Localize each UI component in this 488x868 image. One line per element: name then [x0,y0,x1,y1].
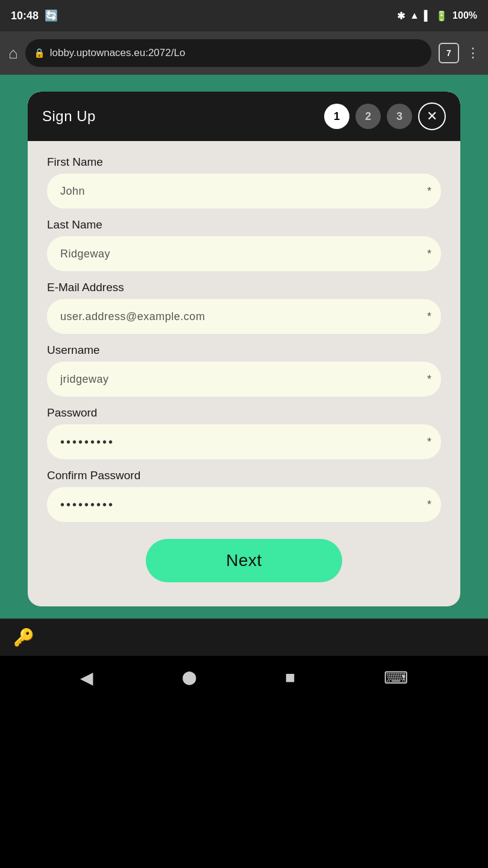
next-button[interactable]: Next [146,539,342,582]
confirm-password-asterisk: * [427,498,431,511]
password-input-wrap: * [47,424,441,459]
username-asterisk: * [427,373,431,386]
close-button[interactable]: ✕ [418,102,446,130]
email-label: E-Mail Address [47,281,441,294]
modal-title: Sign Up [42,108,96,125]
last-name-label: Last Name [47,218,441,231]
email-group: E-Mail Address * [47,281,441,334]
confirm-password-group: Confirm Password * [47,469,441,522]
bluetooth-icon: ✱ [397,10,405,22]
battery-icon: 🔋 [436,10,448,22]
first-name-input[interactable] [47,174,441,209]
more-options-icon[interactable]: ⋮ [466,45,480,61]
keyboard-button[interactable]: ⌨ [384,668,408,688]
back-button[interactable]: ◀ [80,668,93,688]
password-asterisk: * [427,436,431,448]
first-name-asterisk: * [427,185,431,198]
next-button-wrap: Next [47,539,441,582]
home-icon[interactable]: ⌂ [8,44,18,63]
modal-header: Sign Up 1 2 3 ✕ [28,92,460,141]
step-1: 1 [324,104,349,129]
modal-steps: 1 2 3 ✕ [324,102,446,130]
password-group: Password * [47,406,441,459]
last-name-input[interactable] [47,236,441,271]
tab-switcher-button[interactable]: 7 [439,43,459,63]
step-2: 2 [355,104,381,129]
status-bar: 10:48 🔄 ✱ ▲ ▌ 🔋 100% [0,0,488,31]
signup-modal: Sign Up 1 2 3 ✕ First Name [28,92,460,606]
recents-button[interactable]: ■ [285,668,295,687]
android-nav-bar: ◀ ⬤ ■ ⌨ [0,656,488,699]
status-bar-right: ✱ ▲ ▌ 🔋 100% [397,10,477,22]
key-icon: 🔑 [13,627,34,647]
first-name-label: First Name [47,156,441,169]
email-input-wrap: * [47,299,441,334]
modal-body: First Name * Last Name * E-Mail Address [28,141,460,588]
url-text: lobby.uptownaces.eu:2072/Lo [50,47,186,59]
browser-bar: ⌂ 🔒 lobby.uptownaces.eu:2072/Lo 7 ⋮ [0,31,488,75]
username-input-wrap: * [47,362,441,397]
first-name-group: First Name * [47,156,441,209]
home-button[interactable]: ⬤ [182,670,197,685]
page-background: Sign Up 1 2 3 ✕ First Name [0,75,488,618]
step-3: 3 [387,104,412,129]
email-asterisk: * [427,310,431,323]
username-group: Username * [47,344,441,397]
battery-percent: 100% [452,10,477,21]
confirm-password-input[interactable] [47,487,441,522]
first-name-input-wrap: * [47,174,441,209]
sync-icon: 🔄 [45,9,58,22]
username-label: Username [47,344,441,357]
last-name-group: Last Name * [47,218,441,271]
signal-icon: ▌ [424,10,431,21]
status-bar-left: 10:48 🔄 [11,9,58,22]
email-input[interactable] [47,299,441,334]
time-display: 10:48 [11,10,39,22]
password-input[interactable] [47,424,441,459]
bottom-key-bar: 🔑 [0,618,488,656]
username-input[interactable] [47,362,441,397]
last-name-asterisk: * [427,248,431,260]
password-label: Password [47,406,441,420]
last-name-input-wrap: * [47,236,441,271]
lock-icon: 🔒 [34,48,45,58]
confirm-password-input-wrap: * [47,487,441,522]
wifi-icon: ▲ [410,10,419,21]
url-bar[interactable]: 🔒 lobby.uptownaces.eu:2072/Lo [25,39,431,67]
confirm-password-label: Confirm Password [47,469,441,482]
